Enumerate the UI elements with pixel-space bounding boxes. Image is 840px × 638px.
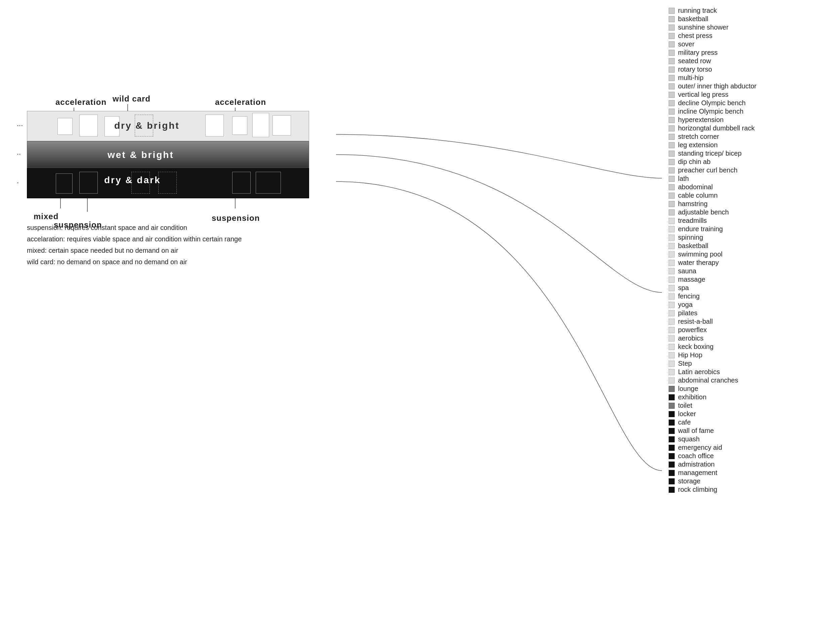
list-item-icon — [669, 83, 675, 89]
list-item-label: horizongtal dumbbell rack — [678, 124, 755, 132]
list-item-icon — [669, 193, 675, 199]
box-dd-5 — [232, 172, 251, 194]
list-item-label: admistration — [678, 461, 715, 468]
list-item: water therapy — [669, 259, 830, 267]
list-item: locker — [669, 410, 830, 418]
list-item-label: leg extension — [678, 141, 718, 149]
list-item-label: basketball — [678, 242, 708, 250]
list-item: rock climbing — [669, 486, 830, 494]
list-item-icon — [669, 319, 675, 325]
list-item-label: multi-hip — [678, 74, 704, 82]
list-item-label: treadmills — [678, 217, 707, 225]
list-item-icon — [669, 66, 675, 73]
list-item: coach office — [669, 452, 830, 460]
annotation-acceleration-right: acceleration — [215, 98, 266, 107]
list-item-icon — [669, 445, 675, 451]
list-item: rotary torso — [669, 65, 830, 73]
list-item: leg extension — [669, 141, 830, 149]
list-item-icon — [669, 268, 675, 274]
band-wet-bright — [27, 141, 309, 168]
list-item: stretch corner — [669, 133, 830, 141]
list-item-icon — [669, 176, 675, 182]
list-item-icon — [669, 462, 675, 467]
list-item-icon — [669, 252, 675, 258]
box-db-1 — [57, 118, 73, 135]
list-item-icon — [669, 58, 675, 64]
list-item-icon — [669, 109, 675, 115]
list-item-label: locker — [678, 410, 696, 418]
list-item-label: spinning — [678, 234, 703, 241]
legend-item-3: mixed: certain space needed but no deman… — [27, 245, 242, 256]
list-item-icon — [669, 41, 675, 47]
list-item-label: vertical leg press — [678, 91, 728, 98]
list-item-label: stretch corner — [678, 133, 719, 141]
list-item-icon — [669, 260, 675, 266]
list-item-icon — [669, 92, 675, 98]
box-dd-2 — [79, 172, 98, 194]
right-list: running trackbasketballsunshine showerch… — [669, 7, 830, 494]
box-dd-wild1 — [131, 172, 150, 194]
list-item-icon — [669, 428, 675, 434]
list-item-label: seated row — [678, 57, 711, 65]
list-item: fencing — [669, 293, 830, 300]
list-item: lounge — [669, 385, 830, 393]
list-item: sover — [669, 40, 830, 48]
box-db-6 — [232, 116, 247, 135]
list-item: emergency aid — [669, 444, 830, 451]
annotation-suspension-right: suspension — [212, 214, 260, 223]
list-item-icon — [669, 420, 675, 426]
list-item-label: sunshine shower — [678, 24, 728, 31]
list-item-label: abdominal cranches — [678, 377, 738, 384]
list-item: squash — [669, 435, 830, 443]
list-item: basketball — [669, 242, 830, 250]
list-item-label: spa — [678, 284, 689, 292]
list-item-icon — [669, 125, 675, 131]
list-item: massage — [669, 275, 830, 283]
dots-dry-bright: ... — [17, 119, 23, 128]
list-item-label: lounge — [678, 385, 698, 393]
list-item-icon — [669, 394, 675, 401]
list-item: preacher curl bench — [669, 166, 830, 174]
list-item-icon — [669, 302, 675, 308]
list-item-icon — [669, 285, 675, 291]
list-item-label: sauna — [678, 267, 696, 275]
list-item-label: aerobics — [678, 334, 704, 342]
list-item: outer/ inner thigh abductor — [669, 82, 830, 90]
list-item-label: emergency aid — [678, 444, 722, 451]
list-item-label: yoga — [678, 301, 693, 309]
list-item: treadmills — [669, 217, 830, 225]
box-db-3 — [104, 116, 120, 136]
list-item: Latin aerobics — [669, 368, 830, 376]
list-item: hyperextension — [669, 116, 830, 124]
list-item-label: running track — [678, 7, 717, 14]
list-item: basketball — [669, 15, 830, 23]
list-item-icon — [669, 277, 675, 283]
box-db-5 — [205, 115, 224, 136]
list-item-label: rotary torso — [678, 65, 712, 73]
list-item-icon — [669, 218, 675, 224]
list-item-icon — [669, 377, 675, 383]
list-item-icon — [669, 344, 675, 350]
list-item-label: preacher curl bench — [678, 166, 737, 174]
list-item-icon — [669, 310, 675, 316]
list-item: hamstring — [669, 200, 830, 208]
list-item-icon — [669, 50, 675, 56]
list-item-label: abodominal — [678, 183, 713, 191]
list-item-icon — [669, 487, 675, 493]
list-item: swimming pool — [669, 250, 830, 258]
list-item-icon — [669, 134, 675, 140]
annotation-wild-card: wild card — [112, 94, 150, 103]
dots-dry-dark: . — [17, 176, 19, 185]
box-db-8 — [273, 115, 291, 135]
list-item: resist-a-ball — [669, 318, 830, 325]
list-item: cafe — [669, 418, 830, 426]
list-item-icon — [669, 453, 675, 459]
dots-wet-bright: .. — [17, 148, 21, 157]
list-item-label: endure training — [678, 225, 723, 233]
list-item: toilet — [669, 402, 830, 409]
list-item-label: basketball — [678, 15, 708, 23]
box-db-2 — [79, 115, 98, 136]
list-item-icon — [669, 25, 675, 30]
list-item-label: management — [678, 469, 717, 477]
list-item: running track — [669, 7, 830, 14]
